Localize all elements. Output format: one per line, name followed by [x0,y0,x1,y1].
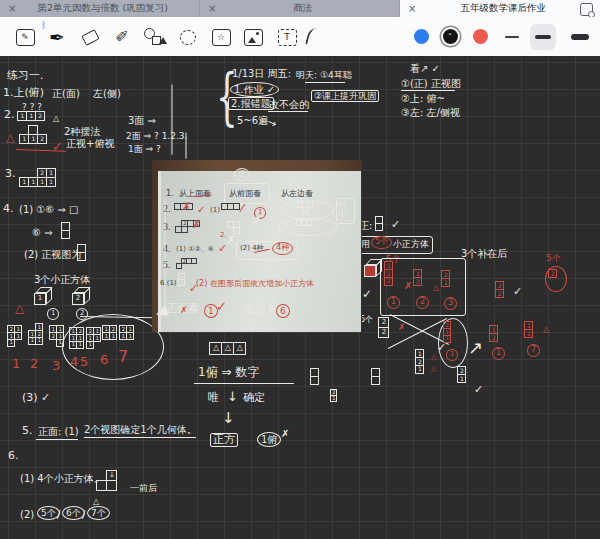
ink-text: △ [543,326,549,335]
tab-bar: ×第2单元因数与倍数 (巩固复习)×商法×五年级数学课后作业 [0,0,600,17]
color-swatch-black[interactable]: ˇ [443,29,458,44]
tab-2[interactable]: ×商法 [200,0,400,17]
ink-text: ✓ [52,140,63,155]
ink-text: 正面: (1) [38,426,79,437]
image-icon[interactable] [239,23,267,51]
ink-cells [376,217,383,231]
ink-cells: 22 [496,282,504,298]
close-tab-icon[interactable]: × [208,4,216,14]
ink-text: 唯 [208,392,219,404]
close-tab-icon[interactable]: × [8,4,16,14]
text-icon[interactable]: T [273,23,301,51]
ink-text: ✓ [197,204,205,215]
ink-text: ✓ [218,243,227,255]
ink-cells [311,369,319,385]
ink-line [186,133,187,159]
color-swatch-blue[interactable] [414,29,429,44]
ink-cells [298,203,313,213]
ink-text: ✗ [404,280,412,291]
ink-text: ✗ [226,234,236,247]
ink-text: 确定 [243,392,265,404]
ink-text: 1 [47,308,59,320]
ink-cells: 11211 [29,324,43,345]
ink-text: 上: [285,205,294,213]
ink-line [194,383,294,384]
ink-cells [297,221,312,226]
ink-text: ✗ [281,428,289,439]
ink-text: 练习一. [7,70,44,82]
ink-text: 1 [387,296,400,309]
ink-text: 5个 [338,201,348,208]
ink-cells: 112 [20,126,47,144]
eraser-icon[interactable] [76,23,104,51]
ink-text: ↗ [468,338,483,358]
ink-text: 1. [166,190,174,199]
ink-text: 3. [5,168,16,180]
ink-text: ↓ [222,410,235,427]
ink-cells: 22 [442,271,450,287]
ink-text: / [82,509,85,520]
ink-cells: 21111 [8,326,22,347]
toolbar: ✎✒ᛒ✐☆Tˇ [0,17,600,57]
ink-cells [78,245,86,261]
ink-text: (2) [20,509,34,520]
stroke-sample [505,36,519,38]
color-swatch-red[interactable] [473,29,488,44]
ink-text: △ [431,354,436,362]
close-tab-icon[interactable]: × [408,4,416,14]
ink-text: ✗ [192,219,201,231]
ink-text: / [57,509,60,520]
stroke-width-thick[interactable] [567,24,593,50]
ink-text: ✓ [437,342,446,354]
ink-text: 2种摆法 [64,126,100,137]
lasso-icon[interactable] [174,23,202,51]
ink-text: ②上: 俯~ [401,93,445,104]
ink-text: 小正方体 [393,239,429,249]
ink-text: 1.上(俯) [3,87,44,99]
ink-text: 左(侧) [93,88,121,99]
ink-text: 7个 [87,506,110,520]
ink-text: △ [433,284,439,293]
ink-text: 4种 [272,242,293,255]
ink-line [401,90,455,91]
stroke-sample [571,34,589,41]
ink-text: ✓ [362,288,372,301]
ruler-icon[interactable] [299,23,327,51]
highlighter-icon[interactable]: ✐ [108,23,136,51]
embedded-photo[interactable]: 1.从上面看正从前面看从左边看2.✗✓(1)/1上:左:5个(1)3.2✗2.✗… [152,160,362,332]
ink-text: ↗ [250,214,261,229]
ink-cells: 12 [525,322,533,338]
ink-text: ✓ [513,286,522,298]
ink-cells: 2 [549,270,557,278]
ink-cells: 22 [379,318,389,338]
ink-text: 1.作业 ✓ [230,82,279,97]
ink-cells [372,369,380,385]
ink-cells: 12 [490,326,498,342]
sticker-icon[interactable]: ☆ [207,23,235,51]
tab-title: 五年级数学课后作业 [422,2,600,15]
stroke-width-medium[interactable] [530,24,556,50]
shapes-icon[interactable] [141,23,169,51]
stroke-width-thin[interactable] [499,24,525,50]
ink-text: (2) 在图形后面依次增加小正方体 [196,280,314,289]
stroke-sample [535,35,551,39]
ink-text: ✓ [474,384,483,396]
page-panel-icon[interactable] [580,3,593,16]
tab-title: 第2单元因数与倍数 (巩固复习) [22,2,199,15]
ink-text: 3 [444,297,457,310]
tab-1[interactable]: ×第2单元因数与倍数 (巩固复习) [0,0,200,17]
ink-text: (1) [338,210,347,217]
pen-icon[interactable]: ✒ᛒ [43,23,71,51]
ink-text: 1面 ⇒ ? [128,144,161,154]
ink-text: ①(正) 正视图 [401,78,461,89]
ink-text: 6 [276,304,290,318]
read-mode-icon[interactable]: ✎ [11,23,39,51]
ink-cells [62,223,70,239]
drawing-canvas[interactable]: 练习一.1.上(俯)正(面)左(侧)2.? ? ?112△112✓△3面 ⇒2面… [0,56,600,539]
ink-text: ✗ [180,305,188,315]
ink-text: ↓ [227,390,238,405]
ink-cells: 2 [177,259,197,269]
tab-3[interactable]: ×五年级数学课后作业 [400,0,600,17]
ink-text: 从前面看 [229,190,261,199]
ink-text: (1) ①⑥ ⇒ □ [19,204,78,215]
